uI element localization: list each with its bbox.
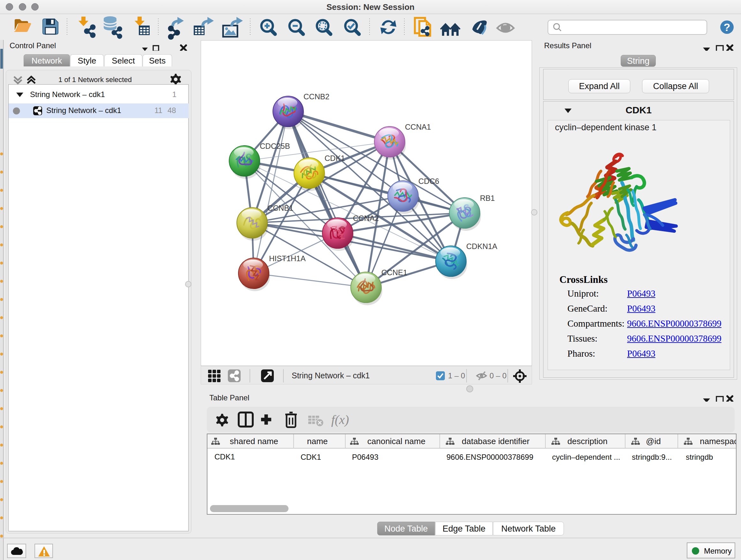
svg-text:stringdb:9...: stringdb:9... xyxy=(632,453,672,461)
svg-text:namespace: namespace xyxy=(700,436,736,446)
svg-text:0 – 0: 0 – 0 xyxy=(489,371,507,380)
svg-text:?: ? xyxy=(724,21,731,33)
svg-text:String Network – cdk1: String Network – cdk1 xyxy=(292,371,370,380)
svg-text:database identifier: database identifier xyxy=(462,436,530,446)
svg-text:1 – 0: 1 – 0 xyxy=(448,371,465,380)
svg-text:9606.ENSP00000378699: 9606.ENSP00000378699 xyxy=(447,453,533,461)
svg-text:description: description xyxy=(567,436,608,446)
svg-text:shared name: shared name xyxy=(230,436,278,446)
svg-text:f(x): f(x) xyxy=(331,413,349,427)
svg-text:P06493: P06493 xyxy=(352,453,379,461)
svg-text:CDK1: CDK1 xyxy=(214,452,235,461)
svg-text:stringdb: stringdb xyxy=(686,453,713,461)
svg-text:canonical name: canonical name xyxy=(367,436,425,446)
svg-text:CDK1: CDK1 xyxy=(300,453,321,461)
svg-text:cyclin–dependent ...: cyclin–dependent ... xyxy=(552,453,620,461)
svg-text:@id: @id xyxy=(646,436,661,446)
svg-text:name: name xyxy=(307,436,328,446)
